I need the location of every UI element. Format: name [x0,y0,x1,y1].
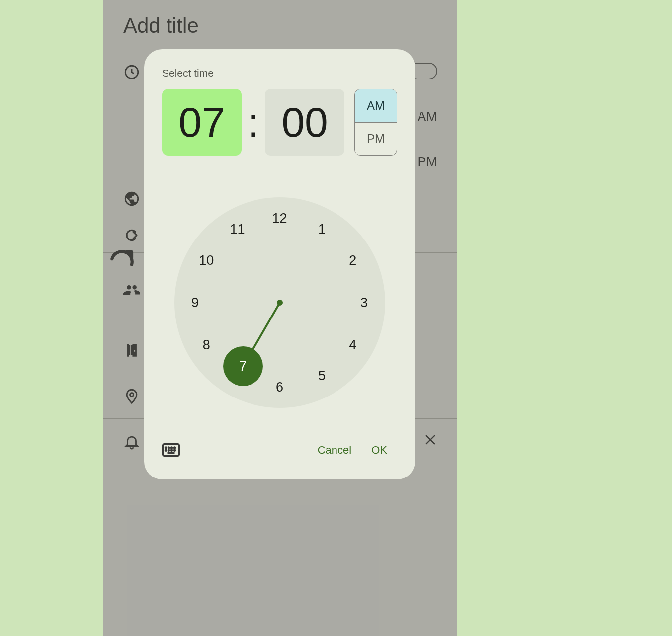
clock-selected-thumb[interactable]: 7 [223,346,263,386]
clock-hour-9[interactable]: 9 [183,291,207,315]
clock-hour-5[interactable]: 5 [310,364,334,388]
dialog-title: Select time [162,67,397,79]
clock-face[interactable]: 121234568910117 [174,197,385,408]
clock-hour-1[interactable]: 1 [310,218,334,241]
time-colon: : [246,101,261,143]
svg-point-8 [171,447,172,448]
svg-point-12 [171,450,172,451]
svg-point-6 [165,447,166,448]
hour-field[interactable]: 07 [162,89,242,156]
time-display: 07 : 00 AM PM [162,89,397,156]
svg-point-13 [174,450,175,451]
event-editor-background: Add title placeholder AM PM [103,0,457,636]
clock-hour-12[interactable]: 12 [268,206,292,230]
keyboard-toggle-button[interactable] [162,443,180,457]
cancel-button[interactable]: Cancel [308,439,361,462]
svg-point-10 [165,450,166,451]
time-picker-dialog: Select time 07 : 00 AM PM 12123456891011… [144,49,415,479]
clock-hour-2[interactable]: 2 [341,248,365,272]
svg-point-11 [168,450,169,451]
svg-point-9 [174,447,175,448]
clock-hour-8[interactable]: 8 [194,333,218,357]
pm-button[interactable]: PM [355,122,397,156]
clock-hour-3[interactable]: 3 [352,291,376,315]
svg-point-7 [168,447,169,448]
clock-hour-11[interactable]: 11 [226,218,250,241]
minute-field[interactable]: 00 [265,89,344,156]
ok-button[interactable]: OK [361,439,397,462]
clock-hour-10[interactable]: 10 [194,248,218,272]
ampm-selector: AM PM [354,89,397,156]
clock-hour-4[interactable]: 4 [341,333,365,357]
clock-hour-6[interactable]: 6 [268,375,292,399]
am-button[interactable]: AM [355,89,397,122]
